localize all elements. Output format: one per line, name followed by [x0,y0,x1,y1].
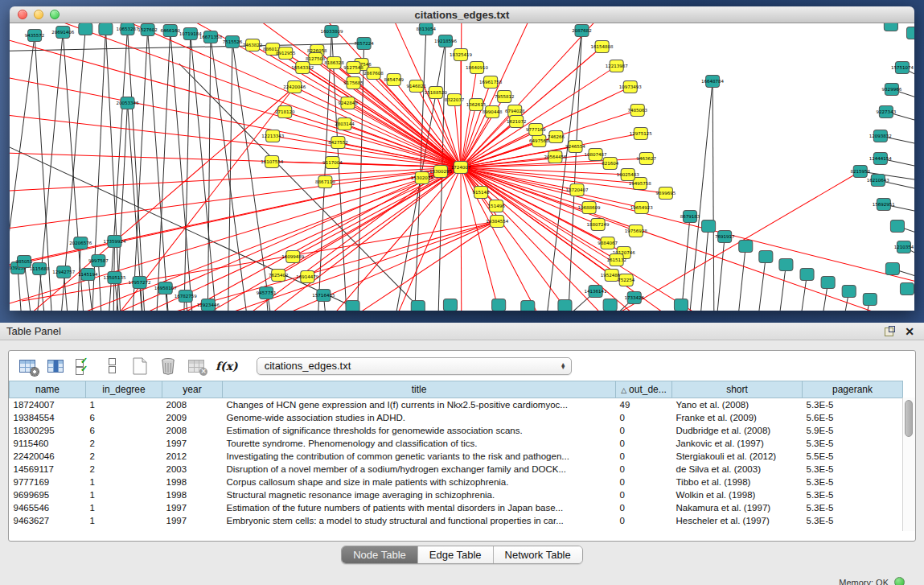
citation-edge-red[interactable] [461,105,476,167]
citation-edge-black[interactable] [148,30,171,311]
row-options-icon[interactable] [101,356,122,377]
citation-node-teal[interactable] [521,301,535,311]
citation-edge-red[interactable] [354,83,461,167]
citation-edge-black[interactable] [232,42,276,311]
citation-node-teal[interactable] [890,220,904,233]
show-column-icon[interactable] [45,356,66,377]
citation-edge-black[interactable] [774,265,786,311]
table-cell: 5.3E-5 [803,501,903,514]
table-row[interactable]: 911546021997Tourette syndrome. Phenomeno… [10,437,903,450]
citation-edge-red[interactable] [461,167,914,289]
citation-node-teal[interactable] [800,269,814,281]
table-cell: Wolkin et al. (1998) [672,488,803,501]
citation-edge-black[interactable] [170,31,195,311]
citation-edge-black[interactable] [754,257,766,311]
citation-edge-black[interactable] [128,29,147,311]
citation-network-graph[interactable]: 9435572206914061065328715276026466160107… [10,23,914,311]
table-row[interactable]: 1938455462009Genome-wide association stu… [10,411,903,424]
table-tabs-row: Node TableEdge TableNetwork Table [8,542,916,567]
select-columns-icon[interactable]: ✓ ✓ [73,356,94,377]
citation-edge-black[interactable] [713,81,714,311]
node-label: 12093832 [869,134,892,138]
table-cell: 1998 [162,476,223,488]
function-builder-icon[interactable]: f(x) [216,360,238,373]
citation-node-teal[interactable] [906,27,914,39]
citation-edge-black[interactable] [734,246,745,311]
network-canvas[interactable]: 9435572206914061065328715276026466160107… [10,23,914,311]
citation-node-teal[interactable] [492,299,506,311]
table-row[interactable]: 977716911998Corpus callosum shape and si… [10,476,903,488]
table-row[interactable]: 1456911722003Disruption of a novel membe… [10,463,903,476]
citation-node-teal[interactable] [885,263,899,275]
citation-edge-black[interactable] [155,31,170,311]
column-header-year[interactable]: year [162,381,223,398]
zoom-window-icon[interactable] [50,10,60,19]
column-header-pagerank[interactable]: pagerank [803,381,903,398]
import-table-icon[interactable]: ✕ [186,356,207,377]
new-document-icon[interactable] [129,356,150,377]
table-cell: 5.3E-5 [803,476,903,488]
citation-node-teal[interactable] [900,283,914,295]
citation-node-teal[interactable] [702,220,716,233]
table-panel-header: Table Panel ✕ [0,323,924,340]
table-row[interactable]: 1830029562008Estimation of significance … [10,424,903,437]
citation-node-teal[interactable] [821,277,835,289]
table-scrollbar[interactable] [902,398,915,531]
table-cell: Embryonic stem cells: a model to study s… [223,514,616,527]
citation-node-teal[interactable] [863,294,877,306]
column-header-in_degree[interactable]: in_degree [86,381,162,398]
citation-edge-red[interactable] [278,167,461,275]
citation-edge-black[interactable] [686,81,713,311]
column-header-title[interactable]: title [223,381,616,398]
tab-network-table[interactable]: Network Table [493,546,582,563]
node-label: 16782759 [175,294,198,299]
table-row[interactable]: 2242004622012Investigating the contribut… [10,450,903,463]
table-selector-dropdown[interactable]: citations_edges.txt ▲▼ [257,357,572,375]
table-row[interactable]: 946362711997Embryonic stem cells: a mode… [10,514,903,527]
citation-node-teal[interactable] [759,251,773,263]
table-row[interactable]: 946554611997Estimation of the future num… [10,501,903,514]
minimize-window-icon[interactable] [34,10,43,19]
column-header-name[interactable]: name [10,381,86,398]
network-window-titlebar[interactable]: citations_edges.txt [10,6,914,23]
tab-edge-table[interactable]: Edge Table [417,546,493,563]
citation-edge-red[interactable] [10,167,461,233]
citation-edge-red[interactable] [10,31,461,167]
column-header-out_de[interactable]: △out_de... [616,381,672,398]
citation-edge-black[interactable] [331,31,348,311]
citation-edge-black[interactable] [183,34,191,311]
citation-edge-black[interactable] [76,243,80,311]
scrollbar-thumb[interactable] [905,400,913,437]
citation-node-teal[interactable] [99,23,113,35]
citation-node-teal[interactable] [739,241,753,253]
citation-node-teal[interactable] [884,23,897,31]
table-row[interactable]: 1872400712008Changes of HCN gene express… [10,398,903,412]
citation-node-teal[interactable] [79,23,92,35]
citation-edge-red[interactable] [10,167,461,192]
float-window-icon[interactable] [885,326,895,336]
citation-edge-black[interactable] [98,261,103,311]
table-settings-icon[interactable] [17,356,38,377]
citation-node-teal[interactable] [346,301,359,311]
citation-edge-red[interactable] [252,221,497,311]
citation-edge-red[interactable] [302,68,461,167]
citation-node-teal[interactable] [674,299,688,311]
citation-edge-black[interactable] [678,216,690,311]
citation-node-teal[interactable] [779,259,793,271]
table-row[interactable]: 969969511998Structural magnetic resonanc… [10,488,903,501]
citation-edge-red[interactable] [461,167,462,311]
citation-edge-black[interactable] [697,226,708,311]
tab-node-table[interactable]: Node Table [342,546,417,563]
citation-node-teal[interactable] [443,299,457,311]
citation-node-teal[interactable] [558,300,572,311]
citation-edge-black[interactable] [228,42,232,311]
citation-edge-black[interactable] [713,237,725,311]
close-panel-icon[interactable]: ✕ [905,326,914,337]
citation-node-teal[interactable] [411,301,425,311]
column-header-short[interactable]: short [672,381,803,398]
citation-node-teal[interactable] [842,286,856,298]
table-cell: Estimation of the future numbers of pati… [223,501,616,514]
citation-node-teal[interactable] [603,299,617,311]
delete-icon[interactable] [158,356,179,377]
close-window-icon[interactable] [18,10,27,19]
